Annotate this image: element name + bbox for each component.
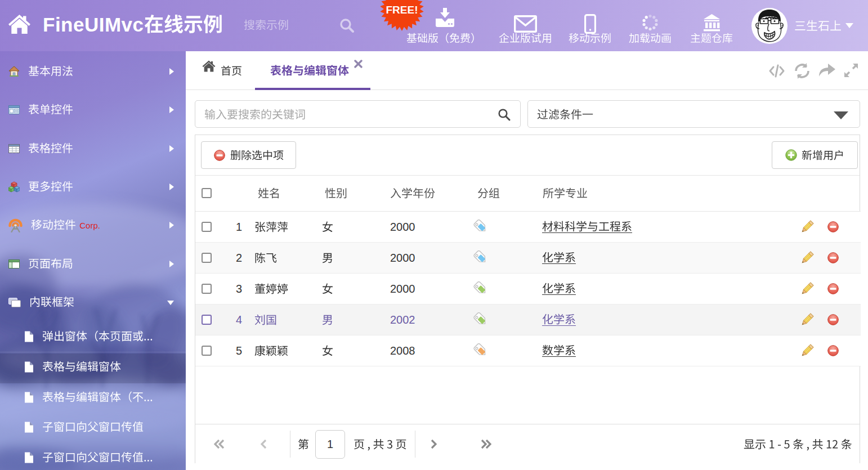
svg-text:FREE!: FREE! [386, 4, 418, 16]
